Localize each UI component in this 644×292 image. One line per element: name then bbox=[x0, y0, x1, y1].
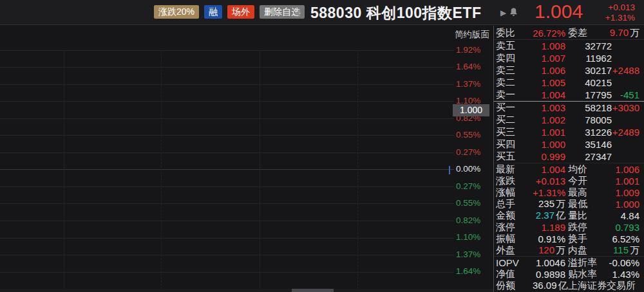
label: 卖四 bbox=[496, 52, 533, 64]
label: 净值 bbox=[496, 268, 533, 280]
value: 1.0046 bbox=[533, 257, 565, 268]
bid-row-2[interactable]: 买二 1.002 78005 bbox=[494, 114, 644, 126]
bid-price: 1.000 bbox=[533, 139, 565, 150]
label: 卖一 bbox=[496, 89, 533, 101]
stat-row-pct: 涨幅 +1.31% 最高 1.009 bbox=[494, 187, 644, 198]
ask-row-3[interactable]: 卖三 1.006 30217 +2488 bbox=[494, 64, 644, 77]
value: 1.006 bbox=[608, 164, 644, 175]
gridline bbox=[0, 221, 454, 221]
value: 0.9898 bbox=[533, 269, 565, 280]
label: 涨幅 bbox=[496, 187, 533, 199]
axis-price-tooltip: 1.000 bbox=[453, 104, 489, 116]
ask-price: 1.006 bbox=[533, 65, 565, 76]
simple-layout-link[interactable]: 简约版面 bbox=[455, 29, 489, 41]
prev-stock-arrow-icon[interactable]: ◀ bbox=[294, 8, 299, 17]
label: 涨停 bbox=[496, 221, 533, 233]
ask-price: 1.008 bbox=[533, 41, 565, 51]
axis-tick: 1.64% bbox=[456, 266, 489, 277]
zero-line bbox=[0, 169, 454, 170]
ask-volume: 40215 bbox=[565, 77, 612, 88]
intraday-chart[interactable]: 1.92% 1.64% 1.37% 1.10% 0.82% 0.55% 0.27… bbox=[0, 26, 493, 292]
ask-row-1[interactable]: 卖一 1.004 17795 -451 bbox=[494, 89, 644, 101]
axis-tick: 0.55% bbox=[456, 198, 489, 208]
axis-tick: 1.64% bbox=[456, 62, 489, 72]
label: 最新 bbox=[496, 163, 533, 176]
stat-row-amount: 金额 2.37亿 量比 4.84 bbox=[494, 210, 644, 221]
value: +0.013 bbox=[533, 176, 565, 187]
ask-diff: -451 bbox=[612, 89, 644, 100]
alert-bell-icon[interactable] bbox=[509, 8, 518, 19]
stat-row-latest: 最新 1.004 均价 1.006 bbox=[494, 163, 644, 175]
bid-volume: 35146 bbox=[565, 139, 612, 150]
label: 最低 bbox=[568, 198, 608, 210]
commission-ratio-row: 委比 26.72% 委差 9.70万 bbox=[494, 27, 644, 39]
next-stock-arrow-icon[interactable]: ▶ bbox=[500, 8, 506, 17]
label: 外盘 bbox=[496, 244, 533, 257]
top-bar: 涨跌20% 融 场外 删除自选 ◀ 588030 科创100指数ETF ▶ 1.… bbox=[0, 0, 644, 25]
last-price: 1.004 bbox=[535, 1, 583, 23]
stock-app-window: 涨跌20% 融 场外 删除自选 ◀ 588030 科创100指数ETF ▶ 1.… bbox=[0, 0, 644, 292]
value: 4.84 bbox=[608, 210, 644, 221]
value: 1.009 bbox=[608, 187, 644, 198]
margin-badge[interactable]: 融 bbox=[204, 5, 222, 19]
time-gridline bbox=[64, 50, 64, 289]
bid-diff: +2489 bbox=[612, 127, 644, 138]
gridline bbox=[0, 187, 454, 187]
gridline bbox=[0, 272, 454, 273]
value: +1.31% bbox=[533, 187, 565, 198]
ask-volume: 11962 bbox=[565, 53, 612, 64]
axis-tick: 1.10% bbox=[456, 232, 489, 242]
exchange-label: 上海证券交易所 bbox=[568, 280, 636, 292]
axis-tick: 0.27% bbox=[456, 147, 489, 158]
label: 买五 bbox=[496, 151, 533, 163]
scrollbar-thumb[interactable] bbox=[292, 289, 334, 292]
ask-volume: 30217 bbox=[565, 65, 612, 76]
time-gridline bbox=[260, 50, 260, 289]
gridline bbox=[0, 67, 454, 68]
otc-badge[interactable]: 场外 bbox=[227, 5, 254, 19]
limit-20pct-badge[interactable]: 涨跌20% bbox=[154, 5, 199, 19]
bid-row-3[interactable]: 买三 1.001 31226 +2489 bbox=[494, 126, 644, 138]
stat-row-nav: 净值 0.9898 贴水率 1.43% bbox=[494, 268, 644, 280]
gridline bbox=[0, 135, 454, 136]
axis-tick: 1.92% bbox=[456, 45, 489, 55]
bid-volume: 78005 bbox=[565, 114, 612, 125]
axis-tick: 0.27% bbox=[456, 181, 489, 192]
horizontal-scrollbar[interactable] bbox=[0, 289, 493, 292]
label: 总手 bbox=[496, 198, 533, 210]
gridline bbox=[0, 238, 454, 239]
stat-row-volume: 总手 235万 最低 1.000 bbox=[494, 198, 644, 210]
ask-row-2[interactable]: 卖二 1.005 40215 bbox=[494, 77, 644, 89]
gridline bbox=[0, 84, 454, 85]
label: 涨跌 bbox=[496, 175, 533, 187]
label: 内盘 bbox=[568, 244, 608, 257]
ask-row-4[interactable]: 卖四 1.007 11962 bbox=[494, 52, 644, 64]
label: 份额 bbox=[496, 280, 533, 292]
stat-row-lots: 外盘 120万 内盘 115万 bbox=[494, 244, 644, 256]
stat-row-iopv: IOPV 1.0046 溢折率 -0.06% bbox=[494, 257, 644, 268]
bid-price: 0.999 bbox=[533, 151, 565, 162]
gridline bbox=[0, 255, 454, 255]
label: IOPV bbox=[496, 257, 533, 268]
bid-volume: 58218 bbox=[565, 102, 612, 113]
ask-price: 1.005 bbox=[533, 77, 565, 88]
bid-price: 1.003 bbox=[533, 102, 565, 113]
ask-row-5[interactable]: 卖五 1.008 32772 bbox=[494, 40, 644, 52]
label: 买四 bbox=[496, 138, 533, 151]
ask-volume: 32772 bbox=[565, 41, 612, 51]
bid-row-4[interactable]: 买四 1.000 35146 bbox=[494, 138, 644, 151]
gridline bbox=[0, 118, 454, 119]
bid-row-5[interactable]: 买五 0.999 27347 bbox=[494, 151, 644, 163]
axis-tick: 1.37% bbox=[456, 79, 489, 89]
bid-row-1[interactable]: 买一 1.003 58218 +3030 bbox=[494, 102, 644, 114]
badge-group: 涨跌20% 融 场外 删除自选 bbox=[154, 5, 305, 19]
value: -0.06% bbox=[608, 257, 644, 268]
value: 6.52% bbox=[608, 233, 644, 244]
value: 115 bbox=[613, 244, 629, 255]
value: 120 bbox=[538, 244, 554, 255]
axis-tick: 0.82% bbox=[456, 215, 489, 226]
label: 委差 bbox=[568, 27, 608, 39]
label: 贴水率 bbox=[568, 268, 608, 280]
stat-row-amplitude: 振幅 0.91% 换手 6.52% bbox=[494, 233, 644, 244]
label: 委比 bbox=[496, 27, 533, 39]
